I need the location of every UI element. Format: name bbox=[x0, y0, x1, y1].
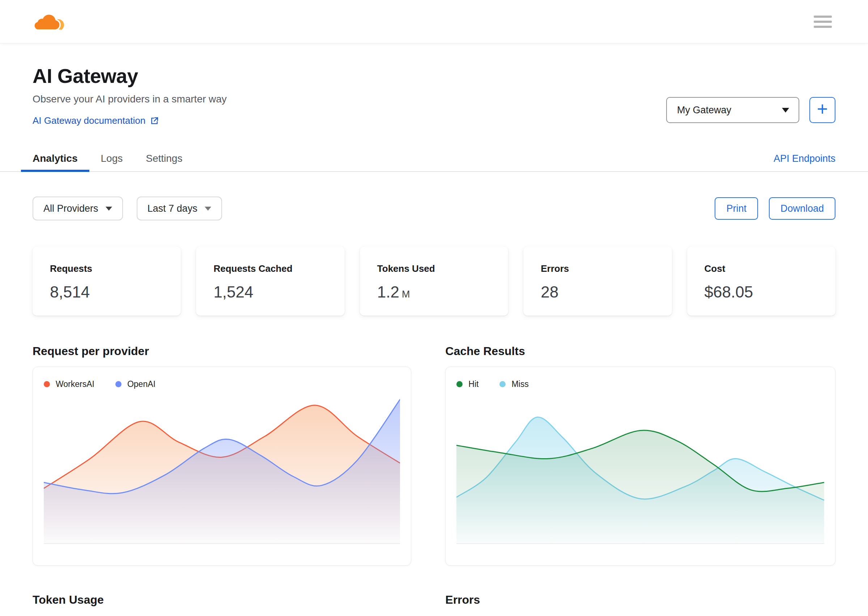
legend-dot bbox=[115, 381, 122, 387]
cache-results-plot[interactable] bbox=[456, 395, 824, 544]
stat-label: Tokens Used bbox=[377, 263, 491, 274]
stat-value: 1,524 bbox=[213, 283, 327, 301]
chevron-down-icon bbox=[205, 207, 211, 211]
external-link-icon bbox=[150, 116, 159, 126]
chart-section-request-per-provider: Request per provider WorkersAI OpenAI bbox=[33, 344, 411, 566]
cloudflare-logo-icon bbox=[33, 11, 69, 33]
legend-dot bbox=[500, 381, 506, 387]
legend-item-hit[interactable]: Hit bbox=[456, 379, 478, 389]
report-actions: Print Download bbox=[714, 197, 835, 220]
page-title: AI Gateway bbox=[33, 64, 835, 88]
top-bar bbox=[0, 0, 868, 44]
date-range-dropdown[interactable]: Last 7 days bbox=[137, 196, 222, 220]
chart-section-cache-results: Cache Results Hit Miss bbox=[445, 344, 835, 566]
stat-label: Requests bbox=[50, 263, 163, 274]
stat-label: Cost bbox=[705, 263, 818, 274]
legend-label: Miss bbox=[511, 379, 528, 389]
plus-icon: + bbox=[817, 99, 828, 118]
stat-label: Requests Cached bbox=[213, 263, 327, 274]
gateway-controls: My Gateway + bbox=[666, 97, 835, 123]
tab-logs-label: Logs bbox=[101, 153, 123, 164]
menu-bar bbox=[814, 26, 832, 28]
stat-card-cost: Cost $68.05 bbox=[687, 247, 835, 316]
chart-legend: Hit Miss bbox=[456, 379, 824, 389]
tab-logs[interactable]: Logs bbox=[89, 146, 135, 171]
legend-label: OpenAI bbox=[127, 379, 155, 389]
download-button[interactable]: Download bbox=[769, 197, 835, 220]
tab-analytics-label: Analytics bbox=[33, 153, 78, 164]
token-usage-title: Token Usage bbox=[33, 593, 411, 607]
menu-bar bbox=[814, 16, 832, 18]
stat-card-tokens-used: Tokens Used 1.2M bbox=[360, 247, 508, 316]
date-range-value: Last 7 days bbox=[147, 203, 197, 214]
gateway-select[interactable]: My Gateway bbox=[666, 97, 799, 123]
legend-label: Hit bbox=[468, 379, 478, 389]
providers-filter-dropdown[interactable]: All Providers bbox=[33, 196, 123, 220]
stat-label: Errors bbox=[541, 263, 654, 274]
chart-legend: WorkersAI OpenAI bbox=[44, 379, 400, 389]
api-endpoints-link[interactable]: API Endpoints bbox=[774, 153, 835, 164]
legend-dot bbox=[44, 381, 50, 387]
add-gateway-button[interactable]: + bbox=[809, 97, 835, 123]
documentation-link-label: AI Gateway documentation bbox=[33, 115, 146, 126]
cache-results-chart-card: Hit Miss bbox=[445, 367, 835, 566]
stat-value: 8,514 bbox=[50, 283, 163, 301]
stat-value: 1.2M bbox=[377, 283, 491, 301]
gateway-select-value: My Gateway bbox=[677, 105, 731, 116]
stat-card-requests-cached: Requests Cached 1,524 bbox=[196, 247, 344, 316]
stat-value: 28 bbox=[541, 283, 654, 301]
stat-value: $68.05 bbox=[705, 283, 818, 301]
print-button[interactable]: Print bbox=[714, 197, 758, 220]
stat-card-requests: Requests 8,514 bbox=[33, 247, 181, 316]
providers-filter-value: All Providers bbox=[43, 203, 99, 214]
legend-dot bbox=[456, 381, 462, 387]
stats-row: Requests 8,514 Requests Cached 1,524 Tok… bbox=[33, 247, 835, 316]
menu-bar bbox=[814, 20, 832, 23]
legend-item-miss[interactable]: Miss bbox=[500, 379, 528, 389]
chart-title: Request per provider bbox=[33, 344, 411, 358]
stat-card-errors: Errors 28 bbox=[523, 247, 672, 316]
documentation-link[interactable]: AI Gateway documentation bbox=[33, 115, 159, 126]
tab-settings-label: Settings bbox=[146, 153, 182, 164]
bottom-sections: Token Usage Errors bbox=[33, 593, 835, 607]
page-header: AI Gateway Observe your AI providers in … bbox=[33, 64, 835, 126]
chart-title: Cache Results bbox=[445, 344, 835, 358]
filter-row: All Providers Last 7 days Print Download bbox=[33, 196, 835, 220]
legend-item-openai[interactable]: OpenAI bbox=[115, 379, 155, 389]
request-per-provider-chart-card: WorkersAI OpenAI bbox=[33, 367, 411, 566]
tab-analytics[interactable]: Analytics bbox=[21, 146, 89, 171]
chevron-down-icon bbox=[782, 108, 789, 113]
errors-title: Errors bbox=[445, 593, 835, 607]
legend-item-workersai[interactable]: WorkersAI bbox=[44, 379, 94, 389]
menu-icon[interactable] bbox=[814, 13, 832, 31]
legend-label: WorkersAI bbox=[56, 379, 94, 389]
request-per-provider-plot[interactable] bbox=[44, 395, 400, 544]
charts-row: Request per provider WorkersAI OpenAI Ca… bbox=[33, 344, 835, 566]
tab-bar: Analytics Logs Settings API Endpoints bbox=[0, 146, 868, 172]
tab-settings[interactable]: Settings bbox=[134, 146, 194, 171]
chevron-down-icon bbox=[106, 207, 112, 211]
